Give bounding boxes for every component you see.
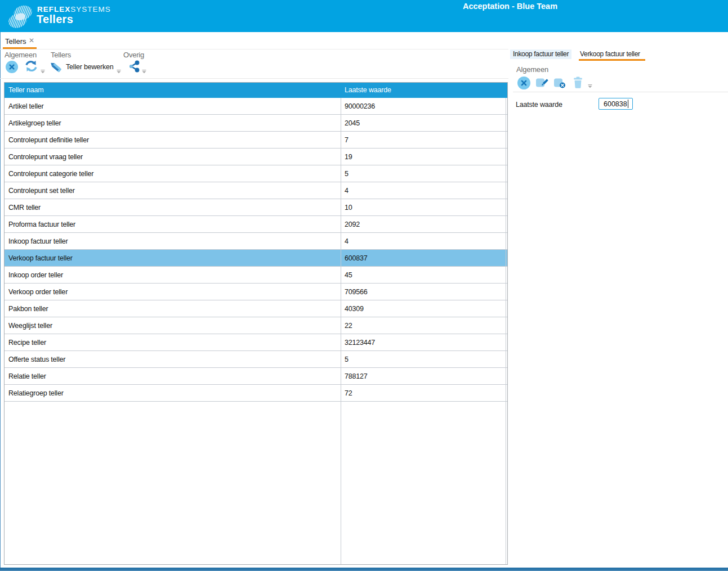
cell-laatste-waarde: 5 [345,356,349,363]
table-row[interactable]: Verkoop order teller709566 [5,284,507,300]
edit-pencil-icon[interactable] [48,59,64,74]
table-row[interactable]: Verkoop factuur teller600837 [5,250,507,267]
cell-laatste-waarde: 2045 [345,119,360,127]
cell-laatste-waarde: 788127 [345,372,368,380]
group-dropdown-icon[interactable] [117,70,121,74]
cell-teller-naam: Controlepunt vraag teller [8,153,83,161]
table-row[interactable]: Artikel teller90000236 [5,98,507,115]
cell-laatste-waarde: 4 [345,187,349,195]
detail-separator [513,92,728,92]
table-row[interactable]: Weeglijst teller22 [5,317,507,334]
cell-laatste-waarde: 709566 [345,288,368,296]
refresh-button[interactable] [24,60,38,73]
cell-laatste-waarde: 40309 [345,305,364,313]
laatste-waarde-label: Laatste waarde [516,101,562,109]
table-body: Artikel teller90000236Artikelgroep telle… [5,98,507,402]
reflex-logo-icon [4,3,37,31]
table-row[interactable]: CMR teller10 [5,199,507,216]
title-bar: REFLEXSYSTEMS Tellers Acceptation - Blue… [0,0,728,32]
edit-teller-button[interactable]: Teller bewerken [66,63,114,71]
table-row[interactable]: Controlepunt set teller4 [5,182,507,199]
edit-record-button[interactable] [535,77,548,89]
brand-name: REFLEXSYSTEMS [37,5,111,14]
table-row[interactable]: Relatiegroep teller72 [5,385,507,402]
active-detail-tab-indicator [579,59,645,61]
table-row[interactable]: Controlepunt vraag teller19 [5,149,507,165]
application-window: REFLEXSYSTEMS Tellers Acceptation - Blue… [0,0,728,571]
cell-laatste-waarde: 22 [345,322,352,330]
cell-laatste-waarde: 10 [345,204,352,212]
table-row[interactable]: Controlepunt definitie teller7 [5,132,507,149]
page-title: Tellers [37,13,73,26]
delete-button[interactable] [572,76,584,89]
cell-teller-naam: Verkoop factuur teller [8,254,73,262]
cell-teller-naam: Offerte status teller [8,356,65,363]
table-row[interactable]: Inkoop order teller45 [5,267,507,284]
cell-teller-naam: Controlepunt set teller [8,187,75,195]
ribbon-group-overig-label: Overig [123,51,144,59]
cell-teller-naam: Weeglijst teller [8,322,52,330]
detail-group-algemeen-label: Algemeen [516,65,548,74]
cell-teller-naam: Pakbon teller [8,305,48,313]
group-dropdown-icon[interactable] [588,84,592,88]
share-button[interactable] [128,60,142,74]
cell-teller-naam: Artikelgroep teller [8,119,61,127]
table-right-gridline [506,98,506,564]
detail-tab-inkoop-factuur-teller[interactable]: Inkoop factuur teller [510,50,571,59]
cell-teller-naam: Inkoop factuur teller [8,237,68,245]
cell-teller-naam: Recipe teller [8,339,46,347]
laatste-waarde-input[interactable]: 600838 [599,98,633,110]
cell-laatste-waarde: 19 [345,153,352,161]
table-row[interactable]: Relatie teller788127 [5,368,507,385]
cell-teller-naam: Proforma factuur teller [8,221,75,228]
tab-close-icon[interactable]: ✕ [29,37,34,44]
cell-laatste-waarde: 5 [345,170,349,178]
cell-laatste-waarde: 90000236 [345,102,375,110]
table-row[interactable]: Offerte status teller5 [5,351,507,368]
cancel-edit-button[interactable] [553,77,566,89]
text-caret [628,100,628,108]
ribbon-toolbar: Algemeen Tellers Overig Teller bewerke [0,50,508,79]
column-header-laatste-waarde[interactable]: Laatste waarde [345,86,391,94]
cell-laatste-waarde: 7 [345,136,349,144]
ribbon-group-tellers-label: Tellers [51,51,71,59]
cell-laatste-waarde: 600837 [345,254,368,262]
ribbon-group-algemeen-label: Algemeen [5,51,37,59]
environment-title: Acceptation - Blue Team [428,2,592,11]
cell-laatste-waarde: 72 [345,389,352,397]
cell-teller-naam: Relatie teller [8,372,46,380]
tellers-table: Teller naam Laatste waarde Artikel telle… [4,82,508,565]
table-row[interactable]: Inkoop factuur teller4 [5,233,507,250]
table-row[interactable]: Artikelgroep teller2045 [5,115,507,132]
group-dropdown-icon[interactable] [142,70,146,74]
window-left-border [0,32,1,568]
table-header-row: Teller naam Laatste waarde [5,83,507,98]
cell-teller-naam: CMR teller [8,204,41,212]
cell-laatste-waarde: 2092 [345,221,360,228]
cell-teller-naam: Verkoop order teller [8,288,68,296]
column-header-teller-naam[interactable]: Teller naam [8,86,43,94]
table-row[interactable]: Recipe teller32123447 [5,334,507,351]
cell-laatste-waarde: 4 [345,237,349,245]
column-divider [341,98,341,564]
cell-teller-naam: Controlepunt definitie teller [8,136,89,144]
detail-tab-verkoop-factuur-teller[interactable]: Verkoop factuur teller [580,50,640,59]
cell-laatste-waarde: 45 [345,271,352,279]
close-detail-button[interactable] [517,77,530,89]
group-dropdown-icon[interactable] [41,70,45,74]
table-row[interactable]: Pakbon teller40309 [5,300,507,317]
cell-teller-naam: Artikel teller [8,102,44,110]
cell-teller-naam: Relatiegroep teller [8,389,64,397]
cell-laatste-waarde: 32123447 [345,339,375,347]
table-row[interactable]: Proforma factuur teller2092 [5,216,507,233]
close-view-button[interactable] [6,61,18,73]
cell-teller-naam: Inkoop order teller [8,271,63,279]
cell-teller-naam: Controlepunt categorie teller [8,170,93,178]
window-bottom-border [0,568,728,571]
table-row[interactable]: Controlepunt categorie teller5 [5,165,507,182]
